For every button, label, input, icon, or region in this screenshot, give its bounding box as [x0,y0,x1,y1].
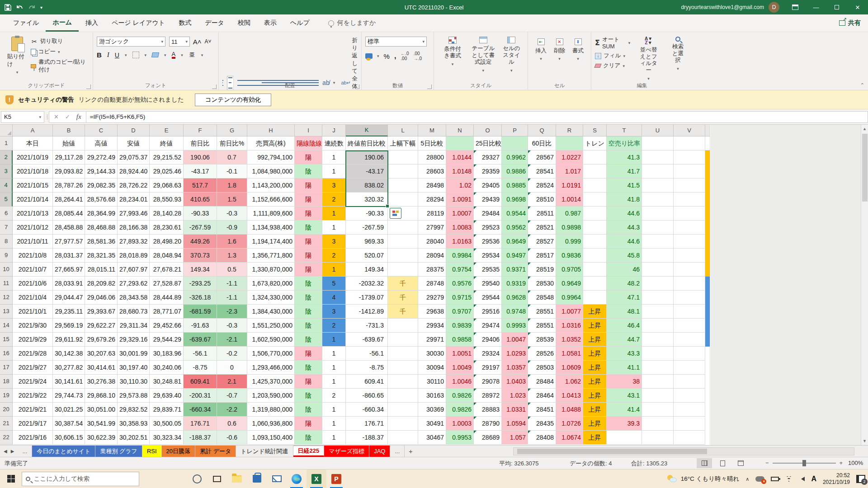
cell[interactable]: 30,277.82 [53,361,85,375]
cell[interactable]: 上昇 [583,361,607,375]
cell[interactable]: -660.34 [346,403,388,417]
insert-function-icon[interactable]: fx [76,113,81,121]
cell[interactable]: 46.4 [607,319,642,333]
cell[interactable]: 1.0403 [502,375,528,389]
cell[interactable]: 1 [322,417,346,431]
menu-tab-挿入[interactable]: 挿入 [79,14,105,32]
column-header-S[interactable]: S [583,125,607,136]
column-header-U[interactable]: U [642,125,674,136]
cell[interactable]: 1,506,770,000 [247,347,295,361]
cell[interactable]: -860.65 [346,389,388,403]
cell[interactable] [674,235,705,249]
horizontal-scroll-thumb[interactable] [517,449,707,454]
collapse-ribbon-icon[interactable]: ⌃ [860,82,864,88]
cell[interactable]: -1.1 [217,291,247,305]
clipboard-dialog-launcher-icon[interactable] [86,84,91,89]
cell[interactable]: 30,021.25 [53,403,85,417]
row-header-21[interactable]: 21 [0,417,13,431]
cell[interactable]: 46 [607,263,642,277]
cell[interactable] [388,333,418,347]
enable-content-button[interactable]: コンテンツの有効化 [195,94,271,106]
cell[interactable]: -2.3 [217,305,247,319]
cell[interactable]: 176.71 [184,417,217,431]
powerpoint-button[interactable]: P [326,469,346,488]
cell[interactable]: 0.9754 [446,263,474,277]
cell[interactable]: -267.59 [184,221,217,235]
cell[interactable] [583,178,607,192]
cell[interactable]: 38 [607,375,642,389]
cell[interactable]: -8.75 [184,361,217,375]
cell[interactable]: 28883 [474,403,502,417]
cell[interactable] [642,417,674,431]
cell[interactable]: -639.67 [184,333,217,347]
cell[interactable]: 2021/9/30 [13,319,53,333]
zoom-slider[interactable] [773,463,836,464]
cell[interactable] [388,347,418,361]
cell[interactable]: 1.0594 [502,417,528,431]
cell[interactable]: 千 [388,291,418,305]
cell[interactable] [583,192,607,206]
cell[interactable]: 29197 [474,361,502,375]
menu-tab-ページ レイアウト[interactable]: ページ レイアウト [105,14,172,32]
store-button[interactable] [247,469,267,488]
cell[interactable] [642,361,674,375]
cell[interactable] [388,150,418,164]
cell[interactable]: 29,117.28 [53,150,85,164]
ime-indicator[interactable]: A [811,475,816,483]
cell[interactable]: 30,414.61 [85,361,118,375]
excel-button[interactable]: X [307,469,326,488]
row-header-16[interactable]: 16 [0,347,13,361]
cell[interactable]: -0.1 [217,164,247,178]
horizontal-scrollbar[interactable] [513,447,854,455]
cell[interactable]: 1 [322,361,346,375]
cell[interactable] [642,150,674,164]
cell[interactable]: 0.999 [556,235,583,249]
cell[interactable]: 0.9649 [502,235,528,249]
cell[interactable]: 1 [322,263,346,277]
enter-icon[interactable]: ✓ [65,113,70,120]
start-button[interactable] [0,469,22,488]
cell[interactable]: 1.0331 [502,403,528,417]
cell[interactable]: 28567 [528,150,556,164]
cell[interactable] [583,249,607,263]
cell[interactable]: 1.02 [446,178,474,192]
cell[interactable]: 30,387.54 [53,417,85,431]
cell[interactable]: 48.2 [607,277,642,291]
cell[interactable]: 320.32 [346,192,388,206]
cell[interactable]: 0.9715 [446,291,474,305]
cell[interactable]: 30,622.39 [85,431,118,445]
delete-cells-button[interactable]: ✕削除▾ [550,37,569,63]
cell[interactable]: 1,143,200,000 [247,178,295,192]
cell[interactable]: 29,144.33 [85,164,118,178]
cell[interactable]: 2021/9/17 [13,417,53,431]
cell[interactable]: 1.0163 [446,235,474,249]
cell[interactable]: 28603 [418,164,446,178]
cell[interactable]: 2021/10/19 [13,150,53,164]
cell[interactable]: 2021/10/7 [13,263,53,277]
menu-tab-ホーム[interactable]: ホーム [46,14,79,32]
cell[interactable]: 29,046.06 [85,291,118,305]
cell[interactable]: 2021/9/22 [13,389,53,403]
format-cells-button[interactable]: ⬍書式▾ [569,37,587,63]
sheet-tab-...[interactable]: ... [18,446,32,457]
row-header-10[interactable]: 10 [0,263,13,277]
column-header-C[interactable]: C [85,125,118,136]
cell[interactable]: 29078 [474,375,502,389]
conditional-formatting-button[interactable]: 条件付き書式▾ [438,35,467,76]
cell[interactable]: 上昇 [583,431,607,445]
cell[interactable]: -43.17 [184,164,217,178]
cell[interactable]: 27,993.46 [118,206,150,221]
cell[interactable]: 1.0046 [446,375,474,389]
sheet-tab-累計 データ[interactable]: 累計 データ [195,446,236,457]
row-header-12[interactable]: 12 [0,291,13,305]
cell[interactable]: 1.0413 [556,389,583,403]
cell[interactable]: 28524 [528,178,556,192]
cell[interactable]: 陽 [295,347,322,361]
cell[interactable]: -43.17 [346,164,388,178]
cell[interactable]: 28526 [528,347,556,361]
cell[interactable] [674,347,705,361]
underline-button[interactable]: U [115,52,119,59]
menu-tab-ヘルプ[interactable]: ヘルプ [283,14,316,32]
cell[interactable]: 29279 [418,291,446,305]
sheet-tab-トレンド統計関連[interactable]: トレンド統計関連 [236,446,293,457]
